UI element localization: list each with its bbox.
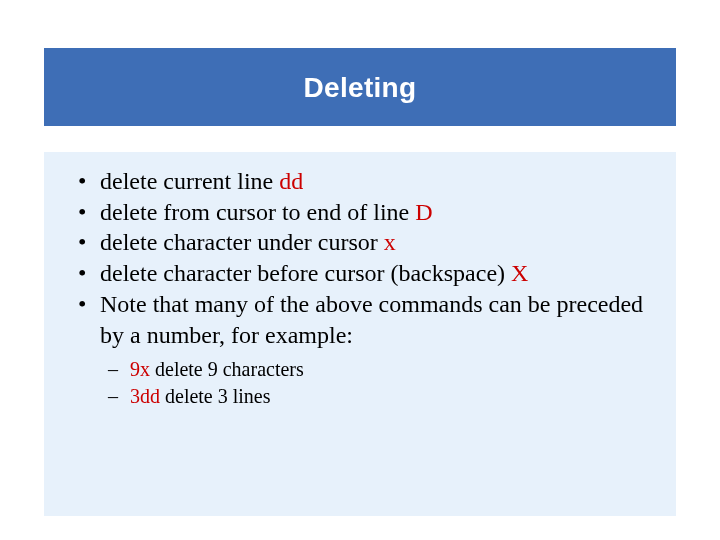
sub-bullet-item: 3dd delete 3 lines: [130, 383, 654, 410]
sub-bullet-list: 9x delete 9 characters 3dd delete 3 line…: [100, 356, 654, 410]
bullet-text: delete character under cursor: [100, 229, 384, 255]
command-text: dd: [279, 168, 303, 194]
sub-bullet-item: 9x delete 9 characters: [130, 356, 654, 383]
bullet-item: delete character under cursor x: [100, 227, 654, 258]
slide-body: delete current line dd delete from curso…: [44, 152, 676, 516]
bullet-list: delete current line dd delete from curso…: [66, 166, 654, 410]
slide-title: Deleting: [44, 48, 676, 126]
bullet-item: delete current line dd: [100, 166, 654, 197]
bullet-item: delete from cursor to end of line D: [100, 197, 654, 228]
command-text: 3dd: [130, 385, 160, 407]
bullet-text: delete from cursor to end of line: [100, 199, 415, 225]
bullet-item: Note that many of the above commands can…: [100, 289, 654, 410]
sub-bullet-text: delete 9 characters: [150, 358, 304, 380]
slide: Deleting delete current line dd delete f…: [0, 0, 720, 540]
bullet-text: delete character before cursor (backspac…: [100, 260, 511, 286]
command-text: D: [415, 199, 432, 225]
bullet-text: Note that many of the above commands can…: [100, 291, 643, 348]
command-text: 9x: [130, 358, 150, 380]
command-text: x: [384, 229, 396, 255]
sub-bullet-text: delete 3 lines: [160, 385, 271, 407]
bullet-item: delete character before cursor (backspac…: [100, 258, 654, 289]
command-text: X: [511, 260, 528, 286]
bullet-text: delete current line: [100, 168, 279, 194]
